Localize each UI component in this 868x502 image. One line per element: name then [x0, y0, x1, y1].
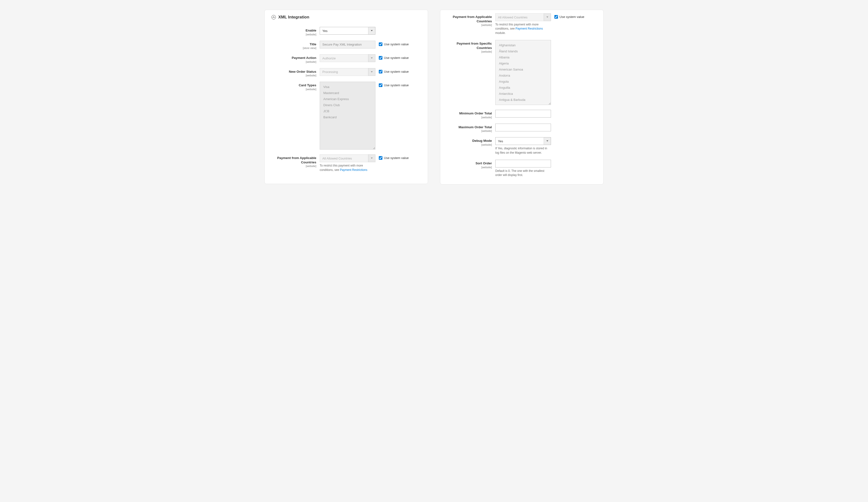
use-system-label: Use system value — [384, 56, 409, 60]
list-item[interactable]: Angola — [496, 79, 551, 84]
card-types-use-system[interactable]: Use system value — [379, 83, 421, 88]
specific-countries-multiselect[interactable]: AfghanistanÅland IslandsAlbaniaAlgeriaAm… — [495, 40, 551, 105]
applicable-countries-select[interactable]: All Allowed Countries — [495, 13, 551, 21]
collapse-icon — [271, 15, 276, 19]
field-enable: Enable [website] Yes — [271, 27, 421, 36]
max-order-scope: [website] — [447, 129, 492, 132]
field-title: Title [store view] Use system value — [271, 41, 421, 50]
applicable-countries-select[interactable]: All Allowed Countries — [320, 154, 375, 162]
new-order-status-use-system-checkbox[interactable] — [379, 70, 382, 73]
use-system-label: Use system value — [384, 70, 409, 74]
new-order-status-use-system[interactable]: Use system value — [379, 70, 421, 74]
list-item[interactable]: Antarctica — [496, 91, 551, 97]
enable-select[interactable]: Yes — [320, 27, 375, 35]
applicable-countries-label: Payment from Applicable Countries — [453, 15, 492, 23]
title-input[interactable] — [320, 41, 375, 49]
field-applicable-countries-right: Payment from Applicable Countries [websi… — [447, 13, 597, 35]
sort-order-input[interactable] — [495, 160, 551, 168]
list-item[interactable]: American Samoa — [496, 67, 551, 72]
debug-mode-label: Debug Mode — [472, 139, 492, 142]
applicable-countries-use-system[interactable]: Use system value — [554, 15, 597, 19]
list-item[interactable]: Antigua & Barbuda — [496, 97, 551, 103]
card-types-use-system-checkbox[interactable] — [379, 83, 382, 87]
max-order-label: Maximum Order Total — [458, 125, 492, 129]
list-item[interactable]: Afghanistan — [496, 42, 551, 48]
card-types-scope: [website] — [271, 88, 316, 91]
field-applicable-countries-left: Payment from Applicable Countries [websi… — [271, 154, 421, 172]
use-system-label: Use system value — [559, 15, 585, 19]
list-item[interactable]: American Express — [320, 96, 375, 102]
new-order-status-scope: [website] — [271, 74, 316, 77]
section-title: XML Integration — [278, 15, 309, 20]
applicable-countries-use-system-checkbox[interactable] — [379, 156, 382, 160]
field-max-order: Maximum Order Total [website] — [447, 124, 597, 133]
card-types-label: Card Types — [299, 83, 316, 87]
applicable-countries-use-system-checkbox[interactable] — [554, 15, 558, 19]
specific-countries-label: Payment from Specific Countries — [456, 42, 492, 50]
xml-integration-panel-right: Payment from Applicable Countries [websi… — [440, 10, 603, 184]
applicable-countries-label: Payment from Applicable Countries — [277, 156, 316, 164]
field-payment-action: Payment Action [website] Authorize Use s… — [271, 54, 421, 63]
applicable-countries-scope: [website] — [271, 164, 316, 168]
list-item[interactable]: Albania — [496, 54, 551, 60]
field-min-order: Minimum Order Total [website] — [447, 110, 597, 119]
applicable-countries-scope: [website] — [447, 23, 492, 27]
min-order-input[interactable] — [495, 110, 551, 118]
sort-order-label: Sort Order — [475, 161, 492, 165]
title-label: Title — [310, 42, 316, 46]
list-item[interactable]: Andorra — [496, 72, 551, 79]
list-item[interactable]: Åland Islands — [496, 48, 551, 54]
field-debug-mode: Debug Mode [website] Yes If Yes, diagnos… — [447, 137, 597, 155]
debug-mode-select[interactable]: Yes — [495, 137, 551, 145]
use-system-label: Use system value — [384, 42, 409, 47]
min-order-scope: [website] — [447, 116, 492, 119]
list-item[interactable]: Diners Club — [320, 102, 375, 108]
title-use-system[interactable]: Use system value — [379, 42, 421, 47]
payment-restrictions-link[interactable]: Payment Restrictions — [515, 27, 543, 30]
payment-action-scope: [website] — [271, 60, 316, 63]
specific-countries-scope: [website] — [447, 50, 492, 53]
payment-action-label: Payment Action — [292, 56, 316, 60]
field-specific-countries: Payment from Specific Countries [website… — [447, 40, 597, 105]
section-header[interactable]: XML Integration — [271, 15, 421, 20]
sort-order-scope: [website] — [447, 166, 492, 169]
title-use-system-checkbox[interactable] — [379, 42, 382, 46]
list-item[interactable]: Algeria — [496, 60, 551, 67]
min-order-label: Minimum Order Total — [459, 111, 492, 115]
payment-action-use-system-checkbox[interactable] — [379, 56, 382, 60]
debug-mode-scope: [website] — [447, 143, 492, 146]
sort-order-help: Default is 0. The one with the smallest … — [495, 169, 551, 178]
payment-action-select[interactable]: Authorize — [320, 54, 375, 62]
list-item[interactable]: Mastercard — [320, 90, 375, 96]
applicable-countries-use-system[interactable]: Use system value — [379, 156, 421, 160]
applicable-countries-help: To restrict this payment with more condi… — [495, 22, 551, 35]
use-system-label: Use system value — [384, 156, 409, 160]
new-order-status-label: New Order Status — [289, 70, 316, 73]
max-order-input[interactable] — [495, 124, 551, 131]
new-order-status-select[interactable]: Processing — [320, 68, 375, 76]
enable-scope: [website] — [271, 33, 316, 36]
payment-action-use-system[interactable]: Use system value — [379, 56, 421, 60]
field-new-order-status: New Order Status [website] Processing Us… — [271, 68, 421, 77]
list-item[interactable]: Anguilla — [496, 84, 551, 91]
xml-integration-panel-left: XML Integration Enable [website] Yes — [265, 10, 428, 184]
payment-restrictions-link[interactable]: Payment Restrictions — [340, 168, 367, 172]
field-sort-order: Sort Order [website] Default is 0. The o… — [447, 160, 597, 178]
list-item[interactable]: JCB — [320, 108, 375, 114]
title-scope: [store view] — [271, 47, 316, 49]
card-types-multiselect[interactable]: VisaMastercardAmerican ExpressDiners Clu… — [320, 82, 375, 150]
list-item[interactable]: Visa — [320, 84, 375, 90]
field-card-types: Card Types [website] VisaMastercardAmeri… — [271, 82, 421, 150]
list-item[interactable]: Bankcard — [320, 114, 375, 120]
applicable-countries-help: To restrict this payment with more condi… — [320, 164, 375, 172]
debug-mode-help: If Yes, diagnostic information is stored… — [495, 147, 551, 155]
enable-label: Enable — [306, 29, 316, 32]
use-system-label: Use system value — [384, 83, 409, 88]
